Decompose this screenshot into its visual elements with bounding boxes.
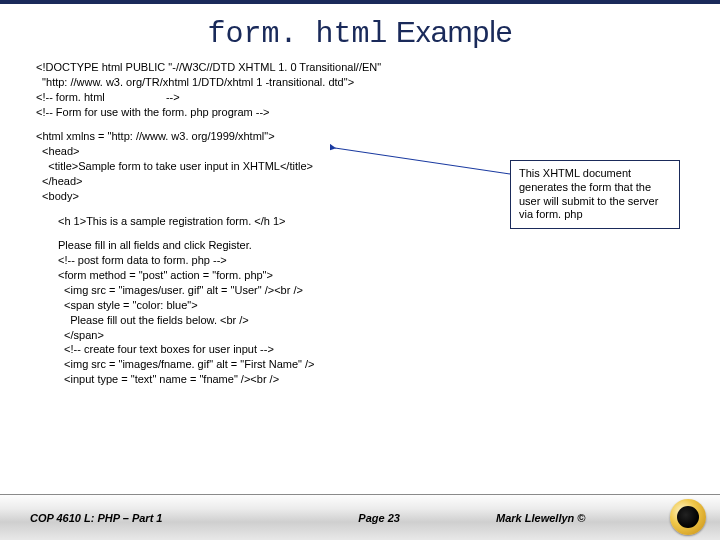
code-line: Please fill out the fields below. <br /> — [36, 313, 684, 328]
footer-author: Mark Llewellyn © — [476, 512, 690, 524]
footer-course: COP 4610 L: PHP – Part 1 — [30, 512, 282, 524]
code-line: "http: //www. w3. org/TR/xhtml 1/DTD/xht… — [36, 75, 684, 90]
callout-box: This XHTML document generates the form t… — [510, 160, 680, 229]
title-suffix: Example — [387, 15, 512, 48]
footer-page: Page 23 — [282, 512, 476, 524]
code-line: <html xmlns = "http: //www. w3. org/1999… — [36, 129, 684, 144]
code-line: </span> — [36, 328, 684, 343]
code-line: <span style = "color: blue"> — [36, 298, 684, 313]
code-line: <!-- Form for use with the form. php pro… — [36, 105, 684, 120]
code-line: <img src = "images/user. gif" alt = "Use… — [36, 283, 684, 298]
code-line: <!-- form. html --> — [36, 90, 684, 105]
code-line: <!-- post form data to form. php --> — [36, 253, 684, 268]
code-line: <!DOCTYPE html PUBLIC "-//W3C//DTD XHTML… — [36, 60, 684, 75]
slide-footer: COP 4610 L: PHP – Part 1 Page 23 Mark Ll… — [0, 494, 720, 540]
code-line: <form method = "post" action = "form. ph… — [36, 268, 684, 283]
code-line: Please fill in all fields and click Regi… — [36, 238, 684, 253]
slide-title: form. html Example — [0, 4, 720, 60]
slide: form. html Example <!DOCTYPE html PUBLIC… — [0, 4, 720, 540]
callout-text: This XHTML document generates the form t… — [519, 167, 658, 220]
code-line: <!-- create four text boxes for user inp… — [36, 342, 684, 357]
code-line: <img src = "images/fname. gif" alt = "Fi… — [36, 357, 684, 372]
code-line: <input type = "text" name = "fname" /><b… — [36, 372, 684, 387]
title-code: form. html — [207, 17, 387, 51]
ucf-logo-icon — [670, 499, 706, 535]
code-line: <head> — [36, 144, 684, 159]
